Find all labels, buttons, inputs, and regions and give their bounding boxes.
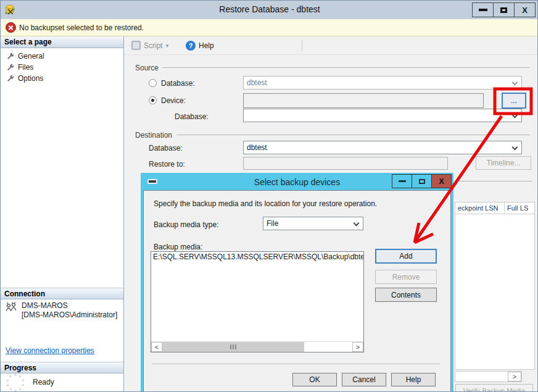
script-icon bbox=[131, 41, 141, 50]
destination-database-combo[interactable]: dbtest bbox=[243, 141, 522, 154]
maximize-icon bbox=[419, 179, 425, 184]
remove-button[interactable]: Remove bbox=[375, 270, 437, 284]
script-button[interactable]: Script ▾ bbox=[131, 41, 168, 50]
progress-status: Ready bbox=[33, 378, 54, 386]
backup-sets-grid-body bbox=[455, 214, 535, 370]
scroll-right-icon[interactable]: > bbox=[508, 372, 521, 382]
chevron-down-icon bbox=[512, 80, 518, 86]
warning-text: No backupset selected to be restored. bbox=[19, 23, 144, 32]
script-label: Script bbox=[144, 41, 163, 50]
sidebar-item-options[interactable]: Options bbox=[1, 73, 123, 84]
list-horizontal-scrollbar[interactable]: < > bbox=[151, 341, 363, 352]
dialog-maximize-button[interactable] bbox=[412, 174, 432, 188]
wrench-icon bbox=[7, 75, 14, 82]
add-button[interactable]: Add bbox=[375, 249, 437, 264]
destination-database-value: dbtest bbox=[247, 143, 267, 152]
source-legend: Source bbox=[135, 64, 159, 72]
help-button[interactable]: ? Help bbox=[186, 41, 214, 51]
restore-plan-groupline bbox=[455, 181, 532, 181]
grid-column-full-lsn[interactable]: Full LS bbox=[505, 202, 531, 214]
window-titlebar: Restore Database - dbtest X bbox=[1, 1, 538, 19]
wrench-icon bbox=[7, 52, 14, 60]
ok-button[interactable]: OK bbox=[292, 373, 337, 386]
source-device-field[interactable] bbox=[243, 93, 484, 108]
close-icon: X bbox=[439, 177, 444, 186]
restore-database-window: Restore Database - dbtest X No backupset… bbox=[0, 0, 538, 392]
sidebar-item-label: General bbox=[18, 52, 44, 60]
connection-header: Connection bbox=[1, 288, 123, 299]
media-type-label: Backup media type: bbox=[154, 220, 218, 229]
help-label: Help bbox=[199, 41, 214, 50]
progress-header: Progress bbox=[1, 362, 123, 373]
help-icon: ? bbox=[186, 41, 196, 51]
source-database2-label: Database: bbox=[175, 112, 209, 121]
backup-media-list[interactable]: E:\SQL.SERV\MSSQL13.MSSQLSERVER\MSSQL\Ba… bbox=[151, 251, 364, 352]
close-icon: X bbox=[522, 6, 528, 15]
destination-groupline bbox=[176, 135, 530, 135]
connection-user: [DMS-MAROS\Administrator] bbox=[22, 311, 117, 319]
dialog-close-button[interactable]: X bbox=[431, 174, 452, 188]
backup-sets-grid-header: eckpoint LSN Full LS bbox=[455, 202, 535, 214]
sidebar-item-general[interactable]: General bbox=[1, 51, 123, 62]
toolbar-separator bbox=[302, 40, 302, 51]
source-database-value: dbtest bbox=[247, 78, 267, 87]
sidebar-item-label: Options bbox=[18, 74, 43, 83]
chevron-down-icon bbox=[354, 220, 360, 227]
sidebar-item-files[interactable]: Files bbox=[1, 62, 123, 73]
source-database-combo[interactable]: dbtest bbox=[243, 76, 522, 90]
select-a-page-header: Select a page bbox=[1, 36, 123, 48]
scrollbar-thumb[interactable] bbox=[162, 342, 304, 352]
dialog-minimize-button[interactable] bbox=[392, 174, 412, 188]
maximize-button[interactable] bbox=[493, 2, 515, 17]
backup-media-label: Backup media: bbox=[154, 243, 202, 251]
select-backup-devices-dialog: Select backup devices X Specify the back… bbox=[141, 173, 453, 392]
error-icon bbox=[6, 22, 16, 33]
source-groupline bbox=[162, 67, 530, 68]
timeline-button[interactable]: Timeline... bbox=[476, 156, 531, 170]
dialog-description: Specify the backup media and its locatio… bbox=[154, 199, 377, 208]
restore-to-field[interactable] bbox=[243, 157, 448, 170]
scrollbar-track[interactable] bbox=[304, 342, 352, 352]
source-device-label: Device: bbox=[161, 96, 186, 105]
cancel-button[interactable]: Cancel bbox=[342, 373, 386, 386]
chevron-down-icon bbox=[512, 144, 518, 151]
backup-media-item[interactable]: E:\SQL.SERV\MSSQL13.MSSQLSERVER\MSSQL\Ba… bbox=[151, 252, 363, 262]
minimize-button[interactable] bbox=[472, 2, 494, 17]
maximize-icon bbox=[500, 7, 507, 13]
destination-database-label: Database: bbox=[149, 144, 183, 152]
connection-server: DMS-MAROS bbox=[22, 301, 68, 310]
chevron-down-icon: ▾ bbox=[166, 43, 169, 49]
contents-button[interactable]: Contents bbox=[375, 288, 437, 302]
progress-spinner-icon bbox=[6, 373, 25, 392]
browse-device-button[interactable]: ... bbox=[502, 93, 526, 109]
media-type-value: File bbox=[267, 219, 278, 228]
dialog-toolbar: Script ▾ ? Help bbox=[124, 36, 538, 55]
source-database-label: Database: bbox=[161, 79, 195, 88]
wrench-icon bbox=[7, 64, 14, 71]
minimize-icon bbox=[479, 9, 487, 11]
grid-column-checkpoint-lsn[interactable]: eckpoint LSN bbox=[455, 202, 505, 214]
destination-legend: Destination bbox=[135, 131, 172, 140]
media-type-combo[interactable]: File bbox=[263, 217, 363, 230]
source-device-radio[interactable] bbox=[149, 96, 157, 104]
scroll-left-icon[interactable]: < bbox=[151, 342, 162, 352]
connection-icon bbox=[6, 302, 18, 313]
restore-to-label: Restore to: bbox=[149, 160, 185, 169]
dialog-separator bbox=[152, 364, 440, 364]
view-connection-properties-link[interactable]: View connection properties bbox=[6, 346, 94, 355]
chevron-down-icon bbox=[512, 112, 518, 119]
scroll-right-icon[interactable]: > bbox=[352, 342, 363, 352]
help-button-dialog[interactable]: Help bbox=[391, 373, 436, 386]
minimize-icon bbox=[399, 180, 406, 182]
sidebar: Select a page General Files Options Conn… bbox=[1, 36, 124, 392]
source-database2-combo[interactable] bbox=[243, 109, 522, 122]
window-title: Restore Database - dbtest bbox=[1, 4, 538, 14]
verify-backup-media-button[interactable]: Verify Backup Media bbox=[455, 384, 533, 392]
close-button[interactable]: X bbox=[514, 2, 536, 17]
source-database-radio[interactable] bbox=[149, 79, 157, 87]
sidebar-item-label: Files bbox=[18, 63, 33, 72]
